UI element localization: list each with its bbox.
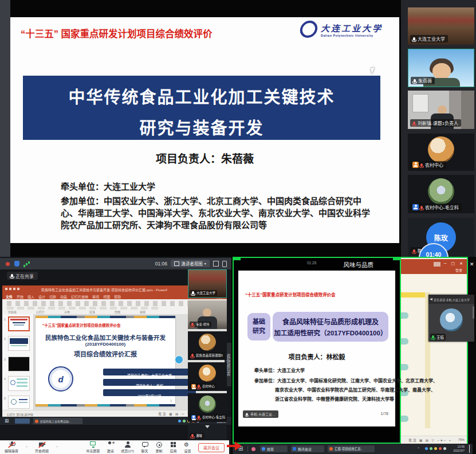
window-controls[interactable]: ─ ▢ ✕ [444, 261, 465, 266]
shield-icon [14, 261, 19, 267]
left-edge-strip [0, 0, 10, 257]
participant-tile[interactable]: 农村中心-毛立科 [408, 175, 474, 213]
start-video-button[interactable]: 开启视频 [35, 441, 49, 453]
ppt2-view-buttons[interactable]: 批注 ▦ ▤ ▽ ─●─ + [408, 438, 452, 443]
logo-cn-text: 大连工业大学 [321, 22, 383, 34]
overlay-tile-active[interactable]: 大连工业大学 [188, 269, 227, 298]
quick-access-icons[interactable] [5, 288, 7, 290]
tab-review[interactable]: 审阅 [92, 294, 99, 299]
meeting-toolbar: 解除静音 ⌃ 开启视频 ⌃ 共享屏幕 邀请 成员(27) 聊天 录制 应用 ⚙设… [0, 440, 229, 454]
slide-page-number: 1 [170, 399, 172, 402]
tab-animation[interactable]: 动画 [60, 294, 67, 299]
mic-icon [246, 413, 247, 416]
meeting-app-icon [293, 447, 296, 451]
overlay-tile[interactable]: 民族食品项目课题5 [188, 331, 227, 360]
tray-clock[interactable]: 13:562022/3/7 [454, 445, 465, 453]
speaker-dock: 正在讲话:手机,大连工业大学 王鈺 [428, 295, 474, 342]
mini-slide-4[interactable] [8, 376, 30, 391]
tab-transition[interactable]: 切换 [49, 294, 56, 299]
logo-mark-icon [299, 21, 318, 38]
meeting-app-chip[interactable]: 腾讯会议 [291, 445, 324, 452]
taskbar-tile-icon[interactable] [15, 418, 30, 424]
mid-title-line2: 加工适用性研究（2017YFD0400100） [273, 328, 388, 337]
invite-button[interactable]: 邀请 [107, 441, 114, 453]
mid-lead-unit: 牵头单位：大连工业大学 [254, 367, 305, 373]
chat-button[interactable]: 聊天 [141, 441, 148, 453]
settings-button[interactable]: ⚙设置 [184, 441, 191, 453]
fullscreen-icon[interactable] [213, 261, 219, 267]
dock-header[interactable]: 正在讲话:手机,大连工业大学 [428, 295, 474, 304]
speaker-name-tag: 手机-大连工业… [243, 410, 278, 418]
record-button[interactable]: 录制 [155, 441, 163, 453]
ribbon-chip[interactable] [434, 262, 440, 267]
slide-participants: 参加单位：中国农业大学、浙江大学、北京工商大学、中国肉类食品综合研究中心、华南理… [61, 195, 377, 231]
tab-home[interactable]: 开始 [17, 294, 23, 299]
ppt2-zoom-level[interactable]: 75% [458, 438, 465, 441]
show-desktop-divider[interactable] [469, 445, 470, 453]
tray-expand-caret[interactable]: ⌃ [417, 447, 420, 451]
slide-num: 4 [4, 377, 6, 381]
tab-insert[interactable]: 插入 [27, 294, 34, 299]
mini-slide-2[interactable] [8, 336, 30, 351]
slide-lead-unit: 牵头单位：大连工业大学 [61, 180, 155, 192]
slide-leader: 项目负责人：朱蓓薇 [10, 150, 399, 166]
mic-options-caret[interactable]: ⌃ [25, 446, 28, 449]
ribbon-group-paragraph: 段落 [89, 310, 95, 314]
participant-tile[interactable]: 大连工业大学 [408, 7, 474, 45]
role-badge-icon [412, 204, 419, 210]
overlay-tile[interactable]: 农村中心-毛立科 [188, 393, 227, 422]
unmute-button[interactable]: 解除静音 [5, 441, 18, 453]
ribbon-group-editing: 编辑 [140, 310, 145, 314]
tab-design[interactable]: 设计 [38, 294, 45, 299]
mid-participants-1: 参加单位：大连工业大学、中国标准化研究院、江南大学、中国农业大学、北京工商大学、 [254, 377, 438, 383]
video-options-caret[interactable]: ⌃ [56, 446, 58, 449]
participant-tile[interactable]: 刘新镇-课题1负责人 [408, 91, 474, 129]
annotation-arrow-icon [227, 441, 243, 451]
mic-muted-icon [191, 323, 194, 326]
tab-view[interactable]: 视图 [103, 294, 110, 299]
view-mode-button[interactable]: 演讲者视图▾ [171, 260, 210, 267]
overlay-tile-partial[interactable]: 潘敏 [188, 424, 227, 440]
corner-mark [393, 258, 400, 260]
chevron-down-icon[interactable] [205, 425, 210, 428]
mini-slide-5[interactable] [8, 396, 30, 409]
slide-title-line1: 中华传统食品工业化加工关键技术 [23, 84, 380, 108]
tray-icons[interactable] [425, 447, 446, 450]
pinned-app-icon[interactable] [251, 447, 255, 451]
share-screen-button[interactable]: 共享屏幕 [86, 441, 100, 453]
login-button[interactable]: 登录 [455, 268, 462, 273]
tab-help[interactable]: 帮助 [114, 294, 121, 299]
main-slide: “十三五” 国家重点研发计划项目综合绩效评价 大连工业大学 Dalian Pol… [10, 17, 399, 243]
mini-slide-3[interactable] [8, 357, 30, 371]
slide-thumbnail-panel[interactable]: 1 2 3 4 5 [2, 314, 34, 410]
start-icon[interactable]: ⊞ [5, 418, 9, 423]
sharing-status-pill: 正在共享 [7, 272, 38, 280]
info-bar-1: 项目牵头单位：大连工业大学 [103, 369, 196, 375]
slide-header: “十三五” 国家重点研发计划项目综合绩效评价 [21, 26, 213, 40]
members-button[interactable]: 成员(27) [121, 441, 134, 453]
overlay-tile[interactable]: 农村中心 [188, 362, 227, 391]
leave-meeting-button[interactable]: 离开会议 [198, 443, 225, 452]
report-app-chip[interactable]: 汇报-项目绩效汇总.. [328, 445, 375, 452]
mid-page-number: 1/78 [380, 412, 388, 416]
apps-button[interactable]: 应用 [170, 441, 177, 453]
participant-name: 大连工业大学 [418, 36, 445, 42]
dock-body[interactable]: 王鈺 [428, 304, 474, 342]
avatar [199, 365, 216, 382]
screenshot-root: “十三五” 国家重点研发计划项目综合绩效评价 大连工业大学 Dalian Pol… [0, 0, 476, 454]
overlay-tile[interactable]: 专家-熊伟 [188, 300, 227, 329]
taskbar-app-chip[interactable]: 民族特色工业化食品加... [33, 418, 82, 424]
participant-tile-active[interactable]: 朱蓓薇 [408, 49, 474, 87]
participant-tile[interactable]: 农村中心 [408, 134, 474, 171]
tab-file[interactable]: 文件 [6, 294, 13, 299]
scrollbar[interactable] [473, 306, 474, 319]
search-chip[interactable]: 搜索 [260, 445, 288, 452]
mini-slide-1[interactable] [8, 316, 30, 331]
close-icon[interactable]: ✕ [470, 261, 474, 267]
mid-title-line1: 食品风味特征与品质形成机理及 [273, 316, 388, 326]
device-icon[interactable] [222, 261, 227, 267]
speaking-label: 正在讲话:手机,大连工业大学 [434, 298, 470, 302]
floating-dot[interactable] [175, 355, 183, 364]
mic-muted-icon [191, 354, 194, 357]
tab-slideshow[interactable]: 幻灯片放映 [71, 294, 88, 299]
